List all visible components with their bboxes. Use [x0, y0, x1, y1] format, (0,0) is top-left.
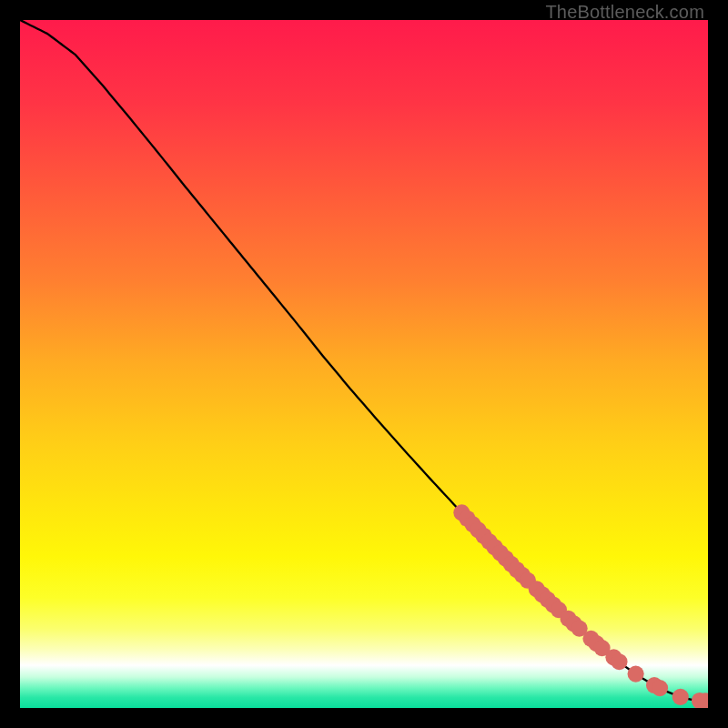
scatter-point — [672, 689, 689, 705]
scatter-point — [628, 666, 644, 682]
plot-area — [20, 20, 708, 708]
chart-stage: TheBottleneck.com — [0, 0, 728, 728]
scatter-markers — [20, 20, 708, 708]
scatter-point — [652, 680, 668, 696]
scatter-point — [611, 653, 627, 670]
